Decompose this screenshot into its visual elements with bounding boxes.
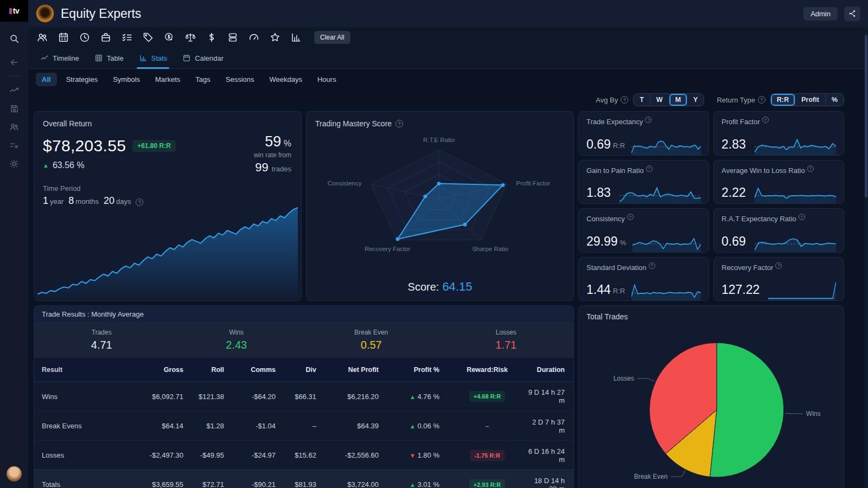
risk-scales-filter-icon[interactable]: [182, 29, 199, 46]
settings-gear-icon[interactable]: [4, 155, 24, 173]
trades-caption: trades: [272, 165, 291, 173]
subtab-strategies[interactable]: Strategies: [60, 73, 104, 86]
return-type-option-profit[interactable]: Profit: [795, 94, 825, 106]
subtab-sessions[interactable]: Sessions: [220, 73, 260, 86]
help-icon[interactable]: [621, 96, 628, 104]
subtab-all[interactable]: All: [36, 73, 57, 86]
stat-card-title: Profit Factor: [722, 118, 760, 126]
subtab-hours[interactable]: Hours: [311, 73, 342, 86]
help-icon[interactable]: [136, 198, 143, 206]
currency-filter-icon[interactable]: [203, 29, 220, 46]
help-icon[interactable]: [775, 262, 782, 269]
reward-risk-cell: -1.75 R:R: [449, 450, 525, 461]
avg-by-label: Avg By: [596, 96, 628, 104]
sidebar-item-trends-icon[interactable]: [4, 81, 24, 99]
help-icon[interactable]: [395, 120, 403, 127]
gauge-filter-icon[interactable]: [245, 29, 263, 46]
table-cell: $64.14: [126, 422, 189, 430]
user-avatar[interactable]: [7, 466, 22, 481]
tags-filter-icon[interactable]: [139, 29, 157, 46]
workspace-avatar[interactable]: [36, 4, 54, 23]
equity-curve-chart: [37, 200, 298, 298]
table-cell: $6,092.71: [126, 393, 189, 401]
help-icon[interactable]: [762, 117, 769, 123]
table-cell: $64.39: [322, 422, 384, 430]
tab-timeline[interactable]: Timeline: [40, 48, 79, 68]
help-icon[interactable]: [645, 117, 652, 123]
help-icon[interactable]: [807, 165, 814, 172]
col-header-profit-%: Profit %: [384, 366, 449, 374]
return-type-option-%[interactable]: %: [825, 94, 844, 106]
stats-filter-icon[interactable]: [288, 29, 305, 46]
profit-pct-cell: ▲ 3.01 %: [384, 480, 449, 488]
trade-results-title: Trade Results : Monthly Average: [34, 306, 573, 323]
help-icon[interactable]: [627, 214, 634, 220]
mastery-title: Trading Mastery Score: [315, 119, 565, 128]
return-type-option-rr[interactable]: R:R: [771, 94, 795, 106]
tab-stats[interactable]: Stats: [139, 48, 168, 68]
share-button[interactable]: [844, 7, 860, 21]
clear-all-button[interactable]: Clear All: [314, 31, 350, 44]
table-row-wins[interactable]: Wins$6,092.71$121.38-$64.20$66.31$6,216.…: [34, 382, 573, 411]
table-row-losses[interactable]: Losses-$2,497.30-$49.95-$24.97$15.62-$2,…: [34, 440, 573, 470]
rr-badge: +61.80 R:R: [132, 140, 176, 152]
subtab-symbols[interactable]: Symbols: [107, 73, 146, 86]
dashboard-content: Overall Return $78,203.55 +61.80 R:R ▲ 6…: [34, 111, 844, 488]
time-period-label: Time Period: [43, 184, 292, 192]
table-cell: $72.71: [189, 480, 229, 488]
table-cell: -$24.97: [229, 451, 281, 459]
accounts-filter-icon[interactable]: [34, 29, 51, 46]
reward-risk-badge: +4.68 R:R: [469, 391, 505, 402]
fees-filter-icon[interactable]: [161, 29, 178, 46]
avg-by-option-t[interactable]: T: [634, 94, 650, 106]
help-icon[interactable]: [649, 262, 655, 269]
avg-by-option-w[interactable]: W: [650, 94, 669, 106]
pie-slice-wins[interactable]: [710, 343, 784, 477]
admin-button[interactable]: Admin: [803, 7, 838, 21]
stat-card-average-win-to-loss-ratio: Average Win to Loss Ratio2.22: [713, 160, 844, 204]
stat-card-value: 1.83: [586, 185, 611, 200]
help-icon[interactable]: [758, 96, 765, 104]
broker-filter-icon[interactable]: [224, 29, 241, 46]
tab-calendar[interactable]: Calendar: [182, 48, 224, 68]
clock-filter-icon[interactable]: [76, 29, 93, 46]
sidebar-divider: [7, 76, 21, 76]
stat-card-unit: R:R: [613, 287, 625, 295]
stat-card-standard-deviation: Standard Deviation1.44R:R: [578, 257, 709, 301]
subtab-markets[interactable]: Markets: [149, 73, 186, 86]
sparkline-chart: [631, 131, 701, 156]
table-cell: Totals: [34, 480, 126, 488]
total-trades-pie-chart: WinsBreak EvenLosses: [586, 322, 837, 488]
duration-cell: 6 D 16 h 24 m: [525, 447, 573, 464]
table-row-break-evens[interactable]: Break Evens$64.14$1.28-$1.04–$64.39▲ 0.0…: [34, 411, 573, 440]
timeline-icon: [40, 54, 49, 62]
trade-results-summary: Trades4.71Wins2.43Break Even0.57Losses1.…: [34, 323, 573, 358]
tradingview-logo[interactable]: tv: [0, 0, 28, 22]
summary-value: 4.71: [34, 339, 169, 351]
help-icon[interactable]: [646, 165, 653, 172]
subtab-tags[interactable]: Tags: [189, 73, 216, 86]
search-icon[interactable]: [4, 29, 24, 48]
collapse-back-icon[interactable]: [4, 53, 24, 72]
stat-card-value: 2.22: [722, 185, 746, 200]
scrollbar-track[interactable]: [864, 27, 868, 488]
sidebar-item-journal-icon[interactable]: [4, 99, 24, 118]
table-row-totals[interactable]: Totals$3,659.55$72.71-$90.21$81.93$3,724…: [34, 470, 573, 488]
favorites-star-icon[interactable]: [266, 29, 284, 46]
calendar-filter-icon[interactable]: [55, 29, 72, 46]
sparkline-chart: [768, 277, 836, 301]
tab-table[interactable]: Table: [94, 48, 124, 68]
sidebar-item-tasks-icon[interactable]: [4, 136, 24, 155]
stat-card-title: Consistency: [586, 215, 625, 223]
subtab-weekdays[interactable]: Weekdays: [263, 73, 308, 86]
checklist-filter-icon[interactable]: [118, 29, 136, 46]
stat-card-value: 29.99: [586, 234, 618, 249]
time-period-number: 20: [104, 195, 114, 207]
sidebar-item-community-icon[interactable]: [4, 118, 24, 136]
avg-by-option-y[interactable]: Y: [687, 94, 704, 106]
help-icon[interactable]: [799, 214, 805, 220]
avg-by-option-m[interactable]: M: [669, 94, 687, 106]
table-cell: -$2,556.60: [322, 451, 384, 459]
portfolio-filter-icon[interactable]: [97, 29, 114, 46]
scrollbar-thumb[interactable]: [865, 35, 867, 197]
